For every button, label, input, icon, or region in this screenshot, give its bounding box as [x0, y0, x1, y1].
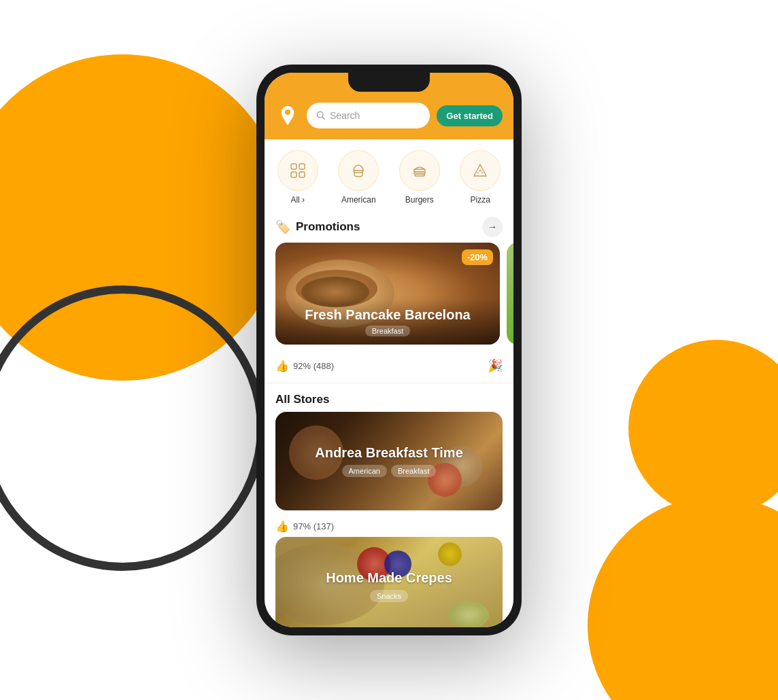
thumbsup-icon-store: 👍 — [275, 520, 289, 533]
store-card-andrea[interactable]: Andrea Breakfast Time American Breakfast — [275, 412, 503, 510]
store-card-crepes[interactable]: Home Made Crepes Snacks — [275, 537, 503, 627]
svg-line-3 — [322, 117, 324, 119]
svg-rect-4 — [291, 164, 297, 169]
category-burgers[interactable]: Burgers — [399, 150, 440, 205]
svg-point-1 — [285, 109, 290, 115]
bg-circle-right-top — [628, 340, 778, 517]
category-american-icon — [338, 150, 379, 191]
svg-rect-11 — [415, 174, 424, 176]
store-andrea-tags: American Breakfast — [286, 465, 492, 477]
promotions-title: Promotions — [296, 220, 360, 234]
promotions-arrow-button[interactable]: → — [482, 217, 503, 237]
promotions-title-row: 🏷️ Promotions — [275, 220, 360, 234]
search-bar[interactable]: Search — [307, 103, 430, 128]
svg-rect-6 — [291, 172, 297, 177]
category-pizza-icon — [460, 150, 501, 191]
svg-rect-7 — [299, 172, 305, 177]
promo-category-center: Breakfast — [285, 323, 490, 336]
section-divider — [265, 383, 513, 383]
get-started-button[interactable]: Get started — [437, 105, 503, 126]
store-andrea-overlay: Andrea Breakfast Time American Breakfast — [275, 412, 503, 510]
category-burgers-icon — [399, 150, 440, 191]
category-pizza[interactable]: Pizza — [460, 150, 501, 205]
svg-point-14 — [481, 172, 483, 173]
store-crepes-tags: Snacks — [286, 590, 492, 602]
store-crepes-overlay: Home Made Crepes Snacks — [275, 537, 503, 627]
app-logo — [275, 103, 300, 128]
store-andrea-rating-row: 👍 97% (137) — [265, 516, 513, 537]
store-crepes-name: Home Made Crepes — [286, 570, 492, 586]
thumbsup-icon: 👍 — [275, 360, 289, 372]
promo-card-partial — [507, 243, 513, 345]
screen-content: All › American — [265, 139, 513, 627]
phone-notch — [348, 73, 430, 92]
svg-point-13 — [477, 172, 479, 173]
category-all-icon — [277, 150, 318, 191]
store-tag-snacks: Snacks — [370, 590, 408, 602]
bg-circle-right-bottom — [588, 496, 778, 700]
store-tag-breakfast: Breakfast — [391, 465, 436, 477]
promo-text-overlay: Fresh Pancake Barcelona Breakfast — [275, 298, 500, 345]
phone-mockup: Search Get started — [256, 65, 522, 635]
promo-category-tag: Breakfast — [365, 326, 410, 336]
phone-frame: Search Get started — [256, 65, 522, 635]
svg-rect-5 — [299, 164, 305, 169]
store-andrea-name: Andrea Breakfast Time — [286, 445, 492, 461]
promotions-icon: 🏷️ — [275, 220, 290, 234]
promo-rating-text: 92% (488) — [293, 361, 334, 371]
promo-restaurant-name: Fresh Pancake Barcelona — [285, 307, 490, 323]
sparkle-icon: 🎉 — [488, 358, 503, 373]
svg-point-12 — [479, 170, 481, 172]
store-andrea-rating-text: 97% (137) — [293, 521, 334, 531]
category-american[interactable]: American — [338, 150, 379, 205]
promo-card-fresh-pancake[interactable]: -20% Fresh Pancake Barcelona Breakfast — [275, 243, 500, 345]
search-placeholder-text: Search — [330, 110, 360, 121]
category-all[interactable]: All › — [277, 150, 318, 205]
promotions-scroll: -20% Fresh Pancake Barcelona Breakfast — [265, 243, 513, 353]
categories-row: All › American — [265, 139, 513, 210]
promotions-section-header: 🏷️ Promotions → — [265, 210, 513, 243]
promo-rating-row: 👍 92% (488) 🎉 — [265, 353, 513, 380]
category-pizza-label: Pizza — [471, 195, 490, 205]
category-american-label: American — [341, 195, 376, 205]
all-stores-title: All Stores — [265, 386, 513, 412]
category-all-label: All › — [290, 195, 305, 205]
store-tag-american: American — [342, 465, 387, 477]
phone-screen: Search Get started — [265, 73, 513, 627]
promo-discount-badge: -20% — [462, 249, 493, 265]
search-icon — [316, 111, 326, 120]
category-burgers-label: Burgers — [405, 195, 434, 205]
